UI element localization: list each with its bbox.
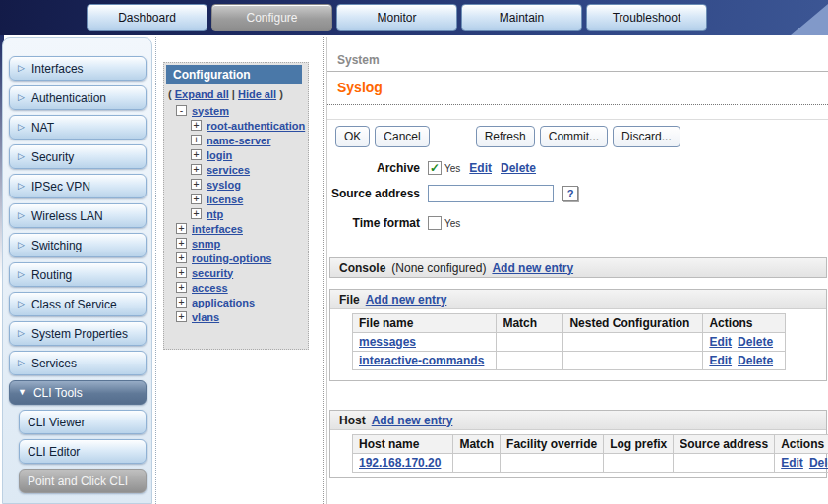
- host-table-header-row: Host name Match Facility override Log pr…: [353, 435, 828, 454]
- tree-link[interactable]: name-server: [207, 135, 270, 146]
- edit-link[interactable]: Edit: [709, 354, 732, 367]
- sidebar-item-nat[interactable]: ▷ NAT: [9, 115, 147, 140]
- sidebar-item-switching[interactable]: ▷ Switching: [9, 233, 147, 257]
- source-address-input[interactable]: [428, 185, 554, 202]
- expand-icon: ▷: [18, 182, 25, 191]
- expand-icon: ▷: [18, 211, 25, 220]
- plus-icon[interactable]: +: [176, 252, 187, 263]
- tree-link[interactable]: access: [192, 282, 228, 294]
- tree-link[interactable]: system: [192, 105, 229, 117]
- tree-node-interfaces: + interfaces: [164, 221, 308, 236]
- plus-icon[interactable]: +: [191, 179, 202, 190]
- sidebar-item-security[interactable]: ▷ Security: [9, 144, 147, 169]
- sidebar-item-cli-editor[interactable]: CLI Editor: [19, 439, 147, 464]
- file-name-link[interactable]: messages: [359, 335, 416, 349]
- console-add-new-entry-link[interactable]: Add new entry: [492, 261, 573, 275]
- expand-icon: ▷: [18, 270, 25, 279]
- minus-icon[interactable]: -: [176, 105, 187, 116]
- file-add-new-entry-link[interactable]: Add new entry: [366, 293, 447, 307]
- sidebar-item-system-properties[interactable]: ▷ System Properties: [9, 321, 147, 346]
- tree-link[interactable]: applications: [192, 297, 255, 308]
- host-add-new-entry-link[interactable]: Add new entry: [372, 414, 453, 427]
- tree-node-security: + security: [164, 265, 308, 280]
- tab-dashboard[interactable]: Dashboard: [87, 4, 207, 31]
- tree-link[interactable]: login: [207, 149, 232, 161]
- tree-link[interactable]: services: [207, 164, 250, 176]
- discard-button[interactable]: Discard...: [613, 126, 680, 147]
- hide-all-link[interactable]: Hide all: [238, 88, 276, 100]
- sidebar-item-interfaces[interactable]: ▷ Interfaces: [9, 56, 147, 81]
- tree-link[interactable]: root-authentication: [207, 120, 305, 132]
- expand-icon: ▷: [18, 300, 25, 308]
- host-name-link[interactable]: 192.168.170.20: [359, 456, 441, 470]
- match-cell: [497, 333, 563, 352]
- separator: |: [232, 88, 235, 100]
- tree-link[interactable]: snmp: [192, 238, 220, 250]
- delete-link[interactable]: Delete: [809, 456, 828, 470]
- edit-link[interactable]: Edit: [709, 335, 732, 349]
- tree-node-routing-options: + routing-options: [164, 251, 308, 265]
- tree-link[interactable]: ntp: [207, 208, 223, 220]
- source-address-label: Source address: [327, 187, 420, 200]
- tree-node-syslog: + syslog: [164, 177, 308, 192]
- sidebar-item-class-of-service[interactable]: ▷ Class of Service: [9, 292, 147, 316]
- prefix-cell: [604, 454, 674, 473]
- expand-all-link[interactable]: Expand all: [175, 88, 229, 100]
- plus-icon[interactable]: +: [191, 164, 202, 175]
- plus-icon[interactable]: +: [176, 282, 187, 293]
- tree-link[interactable]: interfaces: [192, 223, 243, 235]
- tree-link[interactable]: routing-options: [192, 252, 271, 264]
- archive-delete-link[interactable]: Delete: [501, 161, 536, 175]
- sidebar-item-wireless-lan[interactable]: ▷ Wireless LAN: [9, 203, 147, 228]
- source-cell: [674, 454, 775, 473]
- archive-edit-link[interactable]: Edit: [469, 161, 492, 175]
- tree-link[interactable]: vlans: [192, 311, 219, 323]
- source-address-row: Source address ?: [327, 185, 578, 202]
- help-icon[interactable]: ?: [562, 186, 578, 201]
- sidebar-item-label: CLI Viewer: [28, 416, 85, 429]
- tree-link[interactable]: syslog: [207, 179, 241, 191]
- time-format-checkbox[interactable]: [428, 216, 442, 230]
- sidebar-item-cli-tools[interactable]: ▼ CLI Tools: [9, 380, 147, 405]
- tab-monitor[interactable]: Monitor: [336, 4, 457, 31]
- expand-icon: ▷: [18, 123, 25, 132]
- commit-button[interactable]: Commit...: [540, 126, 608, 147]
- tree-node-name-server: + name-server: [164, 133, 308, 147]
- delete-link[interactable]: Delete: [738, 335, 773, 349]
- tab-configure[interactable]: Configure: [211, 4, 332, 31]
- top-banner: Dashboard Configure Monitor Maintain Tro…: [0, 0, 828, 35]
- plus-icon[interactable]: +: [191, 120, 202, 131]
- plus-icon[interactable]: +: [176, 238, 187, 249]
- sidebar-item-authentication[interactable]: ▷ Authentication: [9, 85, 147, 110]
- plus-icon[interactable]: +: [191, 149, 202, 160]
- tree-link[interactable]: license: [207, 194, 243, 205]
- plus-icon[interactable]: +: [191, 208, 202, 219]
- actions-header: Actions: [703, 314, 786, 333]
- plus-icon[interactable]: +: [176, 297, 187, 308]
- sidebar-item-services[interactable]: ▷ Services: [9, 351, 147, 375]
- plus-icon[interactable]: +: [191, 194, 202, 204]
- plus-icon[interactable]: +: [176, 267, 187, 278]
- sidebar-item-cli-viewer[interactable]: CLI Viewer: [19, 410, 147, 434]
- tree-link[interactable]: security: [192, 267, 233, 279]
- plus-icon[interactable]: +: [191, 135, 202, 145]
- actions-header: Actions: [775, 435, 828, 454]
- delete-link[interactable]: Delete: [738, 354, 773, 367]
- file-section-bar: File Add new entry: [330, 290, 826, 309]
- sidebar-item-point-and-click-cli[interactable]: Point and Click CLI: [19, 469, 147, 493]
- edit-link[interactable]: Edit: [781, 456, 803, 470]
- cancel-button[interactable]: Cancel: [375, 126, 429, 147]
- plus-icon[interactable]: +: [176, 311, 187, 322]
- refresh-button[interactable]: Refresh: [476, 126, 535, 147]
- tab-troubleshoot[interactable]: Troubleshoot: [586, 4, 707, 31]
- file-name-link[interactable]: interactive-commands: [359, 354, 484, 367]
- tab-maintain[interactable]: Maintain: [461, 4, 582, 31]
- archive-checkbox[interactable]: ✓: [428, 161, 442, 175]
- ok-button[interactable]: OK: [335, 126, 370, 147]
- nested-configuration-header: Nested Configuration: [563, 314, 703, 333]
- sidebar-item-ipsec-vpn[interactable]: ▷ IPSec VPN: [9, 174, 147, 198]
- plus-icon[interactable]: +: [176, 223, 187, 234]
- sidebar-item-label: Wireless LAN: [31, 209, 103, 223]
- action-button-row: OK Cancel Refresh Commit... Discard...: [335, 126, 680, 147]
- sidebar-item-routing[interactable]: ▷ Routing: [9, 262, 147, 287]
